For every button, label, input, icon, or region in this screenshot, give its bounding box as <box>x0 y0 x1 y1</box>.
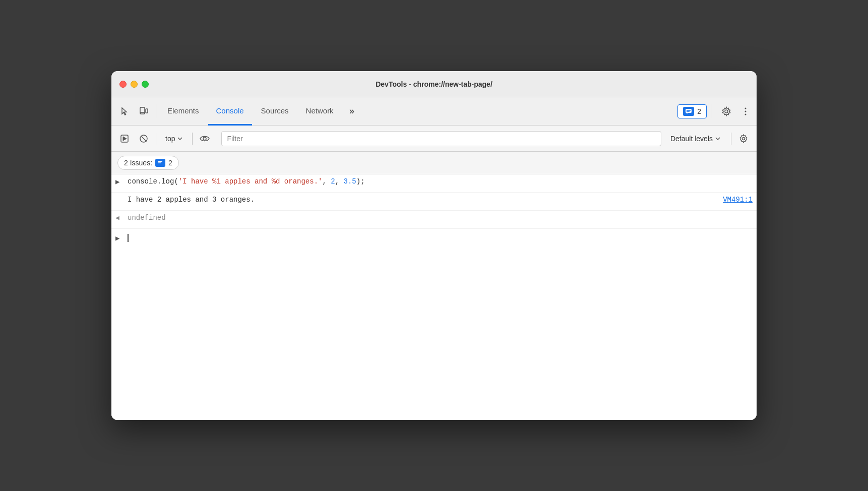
device-toolbar-button[interactable] <box>135 102 153 120</box>
tabbar: Elements Console Sources Network » <box>111 97 757 126</box>
window-title: DevTools - chrome://new-tab-page/ <box>376 80 492 88</box>
svg-rect-0 <box>140 107 145 114</box>
input-prompt: ▶ <box>115 234 123 242</box>
toolbar-divider-2 <box>192 133 193 145</box>
log-levels-button[interactable]: Default levels <box>664 133 727 145</box>
cursor-icon <box>120 107 129 116</box>
svg-rect-1 <box>146 109 148 113</box>
play-icon <box>120 134 129 143</box>
block-icon <box>139 134 148 143</box>
svg-marker-18 <box>158 164 159 165</box>
clear-console-button[interactable] <box>116 131 133 147</box>
toolbar-divider-3 <box>217 133 217 145</box>
svg-point-16 <box>742 137 745 140</box>
maximize-button[interactable] <box>142 81 149 88</box>
svg-point-9 <box>745 110 747 112</box>
svg-point-10 <box>745 113 747 115</box>
three-dots-icon <box>740 106 751 116</box>
toolbar-divider-1 <box>156 133 156 145</box>
svg-rect-17 <box>157 160 163 164</box>
console-code-log: console.log('I have %i apples and %d ora… <box>128 177 753 186</box>
issues-badge-button[interactable]: 2 <box>677 104 707 118</box>
svg-point-7 <box>725 110 728 113</box>
tab-divider-2 <box>712 104 712 118</box>
svg-point-8 <box>745 107 747 109</box>
toolbar-divider-4 <box>731 133 731 145</box>
console-log-line: ▶ console.log('I have %i apples and %d o… <box>111 174 757 193</box>
svg-point-15 <box>203 137 206 140</box>
return-arrow: ◀ <box>115 214 123 222</box>
traffic-lights <box>119 81 149 88</box>
svg-marker-12 <box>123 137 127 141</box>
console-source-link[interactable]: VM491:1 <box>712 196 753 204</box>
chevron-down-icon-levels <box>715 136 721 142</box>
close-button[interactable] <box>119 81 127 88</box>
expand-arrow[interactable]: ▶ <box>115 177 123 186</box>
gear-icon-console <box>739 134 748 143</box>
devtools-window: DevTools - chrome://new-tab-page/ <box>111 71 757 420</box>
svg-rect-3 <box>686 109 692 113</box>
more-tabs-button[interactable]: » <box>343 102 361 120</box>
more-options-button[interactable] <box>738 102 753 120</box>
settings-button[interactable] <box>717 102 735 120</box>
device-icon <box>139 107 148 116</box>
context-selector[interactable]: top <box>160 133 188 145</box>
svg-line-14 <box>141 136 147 141</box>
chat-icon <box>685 108 692 114</box>
issues-pill-icon <box>155 159 165 167</box>
console-settings-button[interactable] <box>735 131 752 147</box>
console-output: ▶ console.log('I have %i apples and %d o… <box>111 174 757 420</box>
hide-violations-button[interactable] <box>136 131 152 147</box>
issues-icon <box>683 107 694 116</box>
eye-icon <box>200 134 210 143</box>
console-input-line[interactable]: ▶ <box>111 229 757 247</box>
svg-marker-4 <box>687 113 688 114</box>
chevron-down-icon <box>177 136 183 142</box>
devtools-panel: Elements Console Sources Network » <box>111 97 757 420</box>
issues-pill-button[interactable]: 2 Issues: 2 <box>117 156 179 170</box>
tabbar-right: 2 <box>677 102 753 120</box>
live-expressions-button[interactable] <box>197 131 213 147</box>
console-undefined-text: undefined <box>128 214 166 222</box>
issues-bar: 2 Issues: 2 <box>111 152 757 174</box>
tab-divider-1 <box>156 104 156 118</box>
inspect-element-button[interactable] <box>115 102 134 120</box>
chat-bubble-icon <box>157 160 164 166</box>
console-toolbar: top Default levels <box>111 126 757 152</box>
titlebar: DevTools - chrome://new-tab-page/ <box>111 71 757 97</box>
console-undefined-line: ◀ undefined <box>111 211 757 229</box>
tab-sources[interactable]: Sources <box>253 97 297 126</box>
filter-input[interactable] <box>221 131 661 146</box>
tab-elements[interactable]: Elements <box>159 97 207 126</box>
gear-icon <box>721 106 731 116</box>
tab-console[interactable]: Console <box>208 97 252 126</box>
console-cursor <box>128 234 129 242</box>
console-output-text: I have 2 apples and 3 oranges. <box>128 196 712 204</box>
minimize-button[interactable] <box>131 81 138 88</box>
console-output-line: ▶ I have 2 apples and 3 oranges. VM491:1 <box>111 193 757 211</box>
tab-network[interactable]: Network <box>298 97 342 126</box>
